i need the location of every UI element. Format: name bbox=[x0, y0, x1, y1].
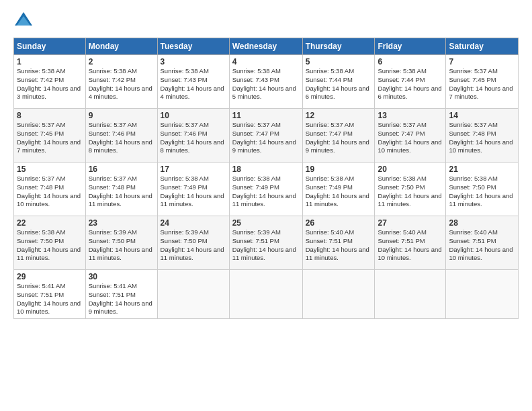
calendar-week-2: 8 Sunrise: 5:37 AMSunset: 7:45 PMDayligh… bbox=[14, 109, 519, 163]
day-info: Sunrise: 5:39 AMSunset: 7:50 PMDaylight:… bbox=[161, 228, 224, 261]
header-saturday: Saturday bbox=[446, 38, 519, 55]
day-info: Sunrise: 5:37 AMSunset: 7:48 PMDaylight:… bbox=[89, 175, 152, 208]
calendar-cell bbox=[229, 270, 302, 319]
day-number: 30 bbox=[89, 272, 154, 281]
day-number: 7 bbox=[449, 57, 515, 66]
header-sunday: Sunday bbox=[14, 38, 86, 55]
logo-icon bbox=[13, 11, 34, 31]
day-info: Sunrise: 5:39 AMSunset: 7:51 PMDaylight:… bbox=[232, 228, 296, 261]
calendar-cell: 30 Sunrise: 5:41 AMSunset: 7:51 PMDaylig… bbox=[85, 270, 157, 319]
day-info: Sunrise: 5:37 AMSunset: 7:47 PMDaylight:… bbox=[232, 121, 296, 154]
header-friday: Friday bbox=[375, 38, 446, 55]
day-number: 26 bbox=[306, 218, 372, 228]
day-info: Sunrise: 5:37 AMSunset: 7:48 PMDaylight:… bbox=[17, 175, 81, 208]
day-info: Sunrise: 5:39 AMSunset: 7:50 PMDaylight:… bbox=[89, 228, 152, 261]
day-info: Sunrise: 5:37 AMSunset: 7:47 PMDaylight:… bbox=[378, 121, 441, 154]
calendar-cell: 29 Sunrise: 5:41 AMSunset: 7:51 PMDaylig… bbox=[14, 270, 86, 319]
calendar-cell: 8 Sunrise: 5:37 AMSunset: 7:45 PMDayligh… bbox=[14, 109, 86, 163]
calendar-cell: 17 Sunrise: 5:38 AMSunset: 7:49 PMDaylig… bbox=[157, 163, 229, 216]
day-number: 12 bbox=[306, 111, 372, 120]
day-number: 14 bbox=[449, 111, 515, 120]
day-number: 11 bbox=[232, 111, 300, 120]
calendar-cell: 10 Sunrise: 5:37 AMSunset: 7:46 PMDaylig… bbox=[157, 109, 229, 163]
calendar-cell: 13 Sunrise: 5:37 AMSunset: 7:47 PMDaylig… bbox=[375, 109, 446, 163]
day-number: 3 bbox=[161, 57, 226, 66]
day-info: Sunrise: 5:38 AMSunset: 7:50 PMDaylight:… bbox=[378, 175, 441, 208]
day-info: Sunrise: 5:37 AMSunset: 7:47 PMDaylight:… bbox=[306, 121, 369, 154]
calendar-cell: 25 Sunrise: 5:39 AMSunset: 7:51 PMDaylig… bbox=[229, 216, 302, 270]
page: SundayMondayTuesdayWednesdayThursdayFrid… bbox=[0, 0, 532, 411]
calendar-cell: 9 Sunrise: 5:37 AMSunset: 7:46 PMDayligh… bbox=[85, 109, 157, 163]
calendar-cell bbox=[375, 270, 446, 319]
day-info: Sunrise: 5:38 AMSunset: 7:50 PMDaylight:… bbox=[17, 228, 81, 261]
logo bbox=[13, 11, 36, 31]
calendar-cell bbox=[157, 270, 229, 319]
day-number: 15 bbox=[17, 165, 83, 174]
calendar-header-row: SundayMondayTuesdayWednesdayThursdayFrid… bbox=[14, 38, 519, 55]
calendar-cell: 27 Sunrise: 5:40 AMSunset: 7:51 PMDaylig… bbox=[375, 216, 446, 270]
day-number: 2 bbox=[89, 57, 154, 66]
day-info: Sunrise: 5:40 AMSunset: 7:51 PMDaylight:… bbox=[449, 228, 513, 261]
day-info: Sunrise: 5:38 AMSunset: 7:43 PMDaylight:… bbox=[232, 67, 296, 100]
day-number: 10 bbox=[161, 111, 226, 120]
day-number: 18 bbox=[232, 165, 300, 174]
day-number: 1 bbox=[17, 57, 83, 66]
day-info: Sunrise: 5:37 AMSunset: 7:45 PMDaylight:… bbox=[449, 67, 513, 100]
day-number: 13 bbox=[378, 111, 443, 120]
calendar-cell: 20 Sunrise: 5:38 AMSunset: 7:50 PMDaylig… bbox=[375, 163, 446, 216]
calendar-week-1: 1 Sunrise: 5:38 AMSunset: 7:42 PMDayligh… bbox=[14, 55, 519, 109]
day-info: Sunrise: 5:37 AMSunset: 7:46 PMDaylight:… bbox=[161, 121, 224, 154]
calendar-cell: 21 Sunrise: 5:38 AMSunset: 7:50 PMDaylig… bbox=[446, 163, 519, 216]
day-number: 25 bbox=[232, 218, 300, 228]
day-number: 6 bbox=[378, 57, 443, 66]
day-info: Sunrise: 5:40 AMSunset: 7:51 PMDaylight:… bbox=[378, 228, 441, 261]
calendar-cell bbox=[302, 270, 375, 319]
calendar-cell: 3 Sunrise: 5:38 AMSunset: 7:43 PMDayligh… bbox=[157, 55, 229, 109]
day-info: Sunrise: 5:38 AMSunset: 7:49 PMDaylight:… bbox=[306, 175, 369, 208]
calendar-week-4: 22 Sunrise: 5:38 AMSunset: 7:50 PMDaylig… bbox=[14, 216, 519, 270]
day-number: 4 bbox=[232, 57, 300, 66]
day-number: 5 bbox=[306, 57, 372, 66]
calendar-cell: 1 Sunrise: 5:38 AMSunset: 7:42 PMDayligh… bbox=[14, 55, 86, 109]
day-info: Sunrise: 5:38 AMSunset: 7:44 PMDaylight:… bbox=[306, 67, 369, 100]
day-number: 19 bbox=[306, 165, 372, 174]
day-info: Sunrise: 5:37 AMSunset: 7:48 PMDaylight:… bbox=[449, 121, 513, 154]
calendar-cell: 2 Sunrise: 5:38 AMSunset: 7:42 PMDayligh… bbox=[85, 55, 157, 109]
calendar-cell: 14 Sunrise: 5:37 AMSunset: 7:48 PMDaylig… bbox=[446, 109, 519, 163]
day-info: Sunrise: 5:38 AMSunset: 7:43 PMDaylight:… bbox=[161, 67, 224, 100]
calendar-cell: 24 Sunrise: 5:39 AMSunset: 7:50 PMDaylig… bbox=[157, 216, 229, 270]
header bbox=[13, 11, 519, 31]
day-info: Sunrise: 5:38 AMSunset: 7:42 PMDaylight:… bbox=[89, 67, 152, 100]
calendar-cell: 18 Sunrise: 5:38 AMSunset: 7:49 PMDaylig… bbox=[229, 163, 302, 216]
header-thursday: Thursday bbox=[302, 38, 375, 55]
calendar-cell: 28 Sunrise: 5:40 AMSunset: 7:51 PMDaylig… bbox=[446, 216, 519, 270]
header-monday: Monday bbox=[85, 38, 157, 55]
day-number: 27 bbox=[378, 218, 443, 228]
day-info: Sunrise: 5:38 AMSunset: 7:49 PMDaylight:… bbox=[161, 175, 224, 208]
day-number: 16 bbox=[89, 165, 154, 174]
calendar-cell: 11 Sunrise: 5:37 AMSunset: 7:47 PMDaylig… bbox=[229, 109, 302, 163]
day-info: Sunrise: 5:38 AMSunset: 7:44 PMDaylight:… bbox=[378, 67, 441, 100]
calendar-cell: 4 Sunrise: 5:38 AMSunset: 7:43 PMDayligh… bbox=[229, 55, 302, 109]
day-number: 9 bbox=[89, 111, 154, 120]
day-number: 20 bbox=[378, 165, 443, 174]
calendar-cell: 22 Sunrise: 5:38 AMSunset: 7:50 PMDaylig… bbox=[14, 216, 86, 270]
calendar-cell: 23 Sunrise: 5:39 AMSunset: 7:50 PMDaylig… bbox=[85, 216, 157, 270]
calendar-cell: 16 Sunrise: 5:37 AMSunset: 7:48 PMDaylig… bbox=[85, 163, 157, 216]
day-number: 17 bbox=[161, 165, 226, 174]
header-wednesday: Wednesday bbox=[229, 38, 302, 55]
day-info: Sunrise: 5:41 AMSunset: 7:51 PMDaylight:… bbox=[17, 282, 81, 315]
day-number: 23 bbox=[89, 218, 154, 228]
day-number: 8 bbox=[17, 111, 83, 120]
day-number: 21 bbox=[449, 165, 515, 174]
calendar-cell: 6 Sunrise: 5:38 AMSunset: 7:44 PMDayligh… bbox=[375, 55, 446, 109]
calendar-week-5: 29 Sunrise: 5:41 AMSunset: 7:51 PMDaylig… bbox=[14, 270, 519, 319]
calendar-cell: 12 Sunrise: 5:37 AMSunset: 7:47 PMDaylig… bbox=[302, 109, 375, 163]
day-number: 24 bbox=[161, 218, 226, 228]
calendar-cell: 5 Sunrise: 5:38 AMSunset: 7:44 PMDayligh… bbox=[302, 55, 375, 109]
calendar-table: SundayMondayTuesdayWednesdayThursdayFrid… bbox=[13, 38, 519, 319]
day-info: Sunrise: 5:38 AMSunset: 7:42 PMDaylight:… bbox=[17, 67, 81, 100]
calendar-cell: 15 Sunrise: 5:37 AMSunset: 7:48 PMDaylig… bbox=[14, 163, 86, 216]
day-info: Sunrise: 5:41 AMSunset: 7:51 PMDaylight:… bbox=[89, 282, 152, 315]
day-info: Sunrise: 5:38 AMSunset: 7:49 PMDaylight:… bbox=[232, 175, 296, 208]
